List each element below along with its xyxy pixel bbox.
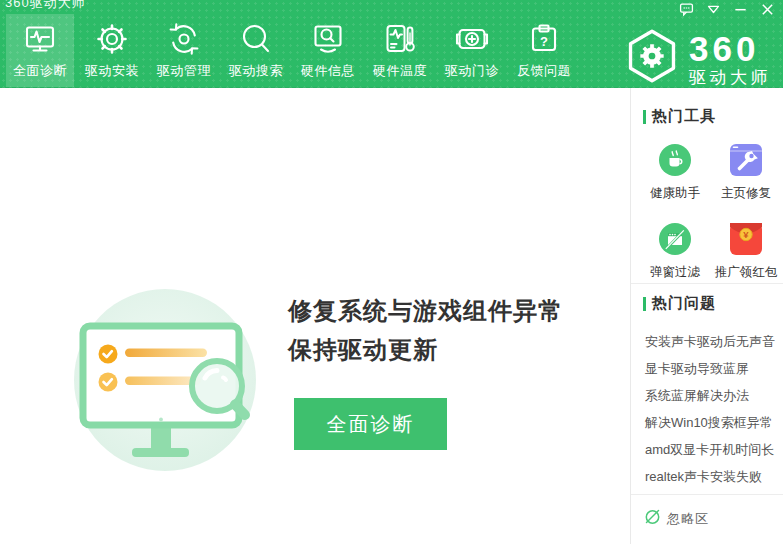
- toolbar-item-label: 硬件信息: [301, 62, 355, 80]
- headline-line2: 保持驱动更新: [288, 330, 563, 369]
- search-icon: [236, 19, 276, 59]
- popup-filter-icon: [658, 222, 692, 256]
- toolbar-item-driver-clinic[interactable]: 驱动门诊: [438, 14, 506, 88]
- health-cup-icon: [658, 143, 692, 177]
- hot-questions-header: 热门问题: [643, 294, 716, 313]
- hot-question-item[interactable]: realtek声卡安装失败: [645, 463, 775, 490]
- toolbar-item-driver-install[interactable]: 驱动安装: [78, 14, 146, 88]
- app-logo: 360 驱动大师: [624, 27, 771, 88]
- toolbar-item-label: 驱动安装: [85, 62, 139, 80]
- tool-label: 健康助手: [641, 185, 709, 201]
- logo-subtitle: 驱动大师: [689, 69, 771, 86]
- toolbar-item-hardware-info[interactable]: 硬件信息: [294, 14, 362, 88]
- window-title: 360驱动大师: [5, 0, 86, 12]
- refresh-sync-icon: [164, 19, 204, 59]
- svg-text:?: ?: [540, 34, 548, 49]
- diagnosis-monitor-icon: [20, 19, 60, 59]
- red-packet-icon: ¥: [729, 222, 763, 256]
- hot-tools-grid: 健康助手 主页修复 弹窗过滤 ¥ 推广领红包: [641, 143, 783, 280]
- svg-text:¥: ¥: [743, 229, 749, 240]
- hot-tools-header: 热门工具: [643, 107, 716, 126]
- diagnosis-illustration: [63, 278, 318, 487]
- hot-tools-title: 热门工具: [652, 107, 716, 126]
- clipboard-question-icon: ?: [524, 19, 564, 59]
- ignore-zone-label: 忽略区: [667, 510, 709, 528]
- green-accent-bar: [643, 110, 646, 124]
- hot-question-item[interactable]: 解决Win10搜索框异常: [645, 409, 775, 436]
- menu-arrow-icon[interactable]: [705, 1, 721, 17]
- sidebar-divider: [631, 283, 783, 284]
- green-accent-bar: [643, 297, 646, 311]
- app-header: 360驱动大师 全面诊断 驱动安装: [0, 0, 783, 88]
- tool-label: 推广领红包: [709, 264, 783, 280]
- tool-homepage-repair[interactable]: 主页修复: [709, 143, 783, 201]
- main-content: 修复系统与游戏组件异常 保持驱动更新 全面诊断: [0, 88, 630, 544]
- monitor-magnifier-icon: [308, 19, 348, 59]
- ignore-zone-link[interactable]: 忽略区: [631, 494, 783, 529]
- hot-question-item[interactable]: 显卡驱动导致蓝屏: [645, 355, 775, 382]
- hexagon-gear-logo-icon: [624, 27, 680, 88]
- first-aid-kit-icon: [452, 19, 492, 59]
- feedback-bubble-icon[interactable]: [678, 1, 694, 17]
- logo-brand: 360: [689, 31, 771, 66]
- toolbar-item-label: 全面诊断: [13, 62, 67, 80]
- tool-health-assistant[interactable]: 健康助手: [641, 143, 709, 201]
- hot-question-item[interactable]: 系统蓝屏解决办法: [645, 382, 775, 409]
- toolbar-item-label: 反馈问题: [517, 62, 571, 80]
- main-toolbar: 全面诊断 驱动安装 驱动管理 驱动搜索 硬件信息: [6, 14, 582, 88]
- minimize-icon[interactable]: [732, 1, 748, 17]
- gear-icon: [92, 19, 132, 59]
- close-icon[interactable]: [759, 1, 775, 17]
- full-diagnose-button[interactable]: 全面诊断: [294, 398, 447, 450]
- toolbar-item-full-diagnosis[interactable]: 全面诊断: [6, 14, 74, 88]
- logo-text: 360 驱动大师: [689, 31, 771, 86]
- toolbar-item-driver-manage[interactable]: 驱动管理: [150, 14, 218, 88]
- right-sidebar: 热门工具 健康助手 主页修复 弹窗过滤 ¥ 推广领红包: [630, 88, 783, 544]
- tool-label: 弹窗过滤: [641, 264, 709, 280]
- hot-questions-title: 热门问题: [652, 294, 716, 313]
- hot-questions-list: 安装声卡驱动后无声音 显卡驱动导致蓝屏 系统蓝屏解决办法 解决Win10搜索框异…: [645, 328, 775, 490]
- toolbar-item-driver-search[interactable]: 驱动搜索: [222, 14, 290, 88]
- main-headline: 修复系统与游戏组件异常 保持驱动更新: [288, 291, 563, 369]
- toolbar-item-label: 硬件温度: [373, 62, 427, 80]
- hot-question-item[interactable]: amd双显卡开机时间长: [645, 436, 775, 463]
- toolbar-item-label: 驱动门诊: [445, 62, 499, 80]
- tool-popup-filter[interactable]: 弹窗过滤: [641, 222, 709, 280]
- toolbar-item-feedback[interactable]: ? 反馈问题: [510, 14, 578, 88]
- tool-label: 主页修复: [709, 185, 783, 201]
- homepage-wrench-icon: [729, 143, 763, 177]
- ignore-ban-icon: [644, 508, 661, 529]
- window-controls: [678, 1, 775, 17]
- toolbar-item-label: 驱动管理: [157, 62, 211, 80]
- tool-red-packet[interactable]: ¥ 推广领红包: [709, 222, 783, 280]
- toolbar-item-label: 驱动搜索: [229, 62, 283, 80]
- headline-line1: 修复系统与游戏组件异常: [288, 291, 563, 330]
- toolbar-item-hardware-temp[interactable]: 硬件温度: [366, 14, 434, 88]
- hot-question-item[interactable]: 安装声卡驱动后无声音: [645, 328, 775, 355]
- thermometer-icon: [380, 19, 420, 59]
